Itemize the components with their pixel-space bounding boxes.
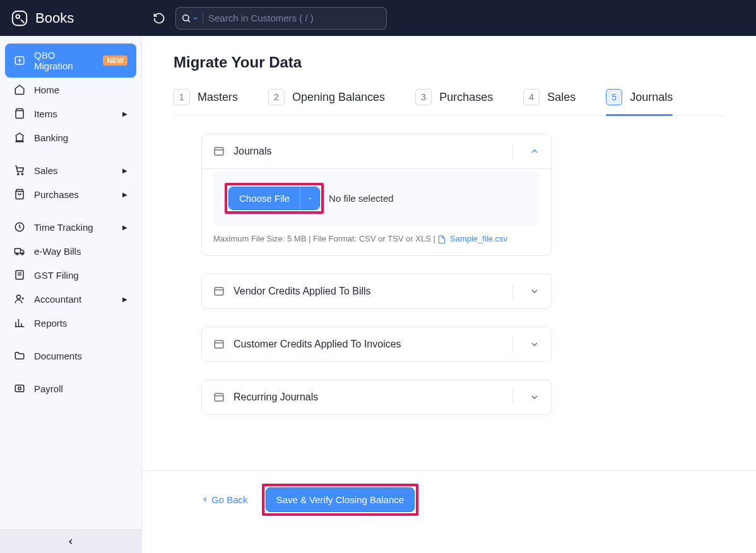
panel-customer-credits: Customer Credits Applied To Invoices <box>201 327 552 362</box>
step-label: Purchases <box>439 91 493 104</box>
divider <box>512 144 513 158</box>
truck-icon <box>14 245 25 257</box>
top-header: Books <box>0 0 756 36</box>
upload-box: Choose File No file selected <box>213 172 540 225</box>
panel-header-journals[interactable]: Journals <box>202 134 551 168</box>
logo[interactable]: Books <box>10 9 143 28</box>
sidebar-item-accountant[interactable]: Accountant ▶ <box>5 287 136 311</box>
refresh-button[interactable] <box>153 12 165 25</box>
file-help-pre: Maximum File Size: 5 MB | File Format: C… <box>213 234 437 243</box>
window-icon <box>213 339 225 350</box>
choose-file-dropdown[interactable] <box>300 187 319 209</box>
purchases-icon <box>14 189 25 200</box>
panel-journals: Journals Choose File <box>201 134 552 256</box>
sidebar-item-label: e-Way Bills <box>34 246 81 257</box>
home-icon <box>14 84 25 95</box>
wizard-steps: 1 Masters 2 Opening Balances 3 Purchases… <box>174 89 724 116</box>
sidebar-item-purchases[interactable]: Purchases ▶ <box>5 182 136 206</box>
sidebar-item-label: Documents <box>34 351 82 361</box>
svg-point-11 <box>17 295 21 299</box>
svg-rect-0 <box>13 11 27 25</box>
divider <box>512 390 513 404</box>
go-back-link[interactable]: Go Back <box>201 494 248 505</box>
step-label: Journals <box>630 91 673 104</box>
search-input[interactable] <box>203 13 381 23</box>
sidebar-item-label: QBO Migration <box>34 50 94 71</box>
sidebar-item-items[interactable]: Items ▶ <box>5 102 136 125</box>
main-content: Migrate Your Data 1 Masters 2 Opening Ba… <box>142 36 756 553</box>
svg-rect-15 <box>215 288 223 295</box>
chevron-right-icon: ▶ <box>122 296 127 303</box>
svg-rect-17 <box>215 393 223 401</box>
step-label: Masters <box>198 91 238 104</box>
chevron-down-icon <box>529 392 540 402</box>
step-opening-balances[interactable]: 2 Opening Balances <box>268 89 385 115</box>
chevron-down-icon <box>529 339 540 349</box>
panel-header-customer-credits[interactable]: Customer Credits Applied To Invoices <box>202 327 551 361</box>
panel-title: Vendor Credits Applied To Bills <box>233 286 496 297</box>
step-label: Sales <box>547 91 576 104</box>
sidebar-item-payroll[interactable]: Payroll <box>5 376 136 400</box>
chevron-right-icon: ▶ <box>122 110 127 117</box>
new-badge: NEW <box>103 55 127 66</box>
svg-point-13 <box>18 387 21 390</box>
chevron-down-icon <box>529 286 540 296</box>
svg-point-2 <box>183 15 189 20</box>
reports-icon <box>14 317 25 329</box>
sidebar-item-qbo-migration[interactable]: QBO Migration NEW <box>5 44 136 78</box>
panel-header-vendor-credits[interactable]: Vendor Credits Applied To Bills <box>202 274 551 308</box>
items-icon <box>14 108 25 119</box>
step-number: 5 <box>606 89 622 105</box>
banking-icon <box>14 132 25 143</box>
page-title: Migrate Your Data <box>174 54 724 71</box>
folder-icon <box>14 350 25 361</box>
search-container[interactable] <box>175 7 387 30</box>
divider <box>512 337 513 351</box>
step-journals[interactable]: 5 Journals <box>606 89 673 115</box>
file-icon <box>437 235 446 244</box>
step-sales[interactable]: 4 Sales <box>523 89 576 115</box>
panel-body-journals: Choose File No file selected Maximum <box>202 168 551 255</box>
sidebar-item-home[interactable]: Home <box>5 78 136 102</box>
panel-title: Recurring Journals <box>233 392 496 403</box>
step-number: 3 <box>415 89 432 105</box>
sidebar-item-sales[interactable]: Sales ▶ <box>5 158 136 182</box>
panel-header-recurring-journals[interactable]: Recurring Journals <box>202 380 551 414</box>
step-masters[interactable]: 1 Masters <box>174 89 238 115</box>
chevron-right-icon: ▶ <box>122 191 127 198</box>
sample-file-link[interactable]: Sample_file.csv <box>450 234 507 243</box>
footer-bar: Go Back Save & Verify Closing Balance <box>142 470 756 532</box>
accountant-icon <box>14 293 25 305</box>
step-label: Opening Balances <box>292 91 385 104</box>
chevron-left-icon <box>66 537 75 546</box>
sidebar-item-label: Accountant <box>34 294 81 305</box>
sidebar-item-label: GST Filing <box>34 270 79 281</box>
window-icon <box>213 286 225 297</box>
sidebar-item-banking[interactable]: Banking <box>5 125 136 149</box>
sidebar-item-gst-filing[interactable]: GST Filing <box>5 263 136 287</box>
panel-vendor-credits: Vendor Credits Applied To Bills <box>201 274 552 309</box>
divider <box>512 284 513 298</box>
sidebar-item-eway-bills[interactable]: e-Way Bills <box>5 239 136 263</box>
chevron-right-icon: ▶ <box>122 167 127 174</box>
svg-rect-14 <box>215 148 223 155</box>
step-purchases[interactable]: 3 Purchases <box>415 89 493 115</box>
sidebar-item-documents[interactable]: Documents <box>5 344 136 368</box>
save-verify-button[interactable]: Save & Verify Closing Balance <box>266 487 415 512</box>
window-icon <box>213 146 225 157</box>
sidebar-collapse-button[interactable] <box>0 529 141 553</box>
payroll-icon <box>14 383 25 394</box>
svg-point-4 <box>18 173 19 175</box>
step-number: 4 <box>523 89 540 105</box>
chevron-up-icon <box>529 146 540 156</box>
sidebar-item-time-tracking[interactable]: Time Tracking ▶ <box>5 215 136 239</box>
highlight-choose-file: Choose File <box>225 183 324 214</box>
highlight-save: Save & Verify Closing Balance <box>262 484 419 516</box>
svg-rect-16 <box>215 341 223 348</box>
app-name: Books <box>35 10 74 26</box>
sidebar-item-label: Banking <box>34 132 68 143</box>
choose-file-button[interactable]: Choose File <box>229 187 300 209</box>
sidebar-item-label: Sales <box>34 165 58 176</box>
sidebar-item-reports[interactable]: Reports <box>5 311 136 335</box>
file-help-text: Maximum File Size: 5 MB | File Format: C… <box>213 234 540 244</box>
